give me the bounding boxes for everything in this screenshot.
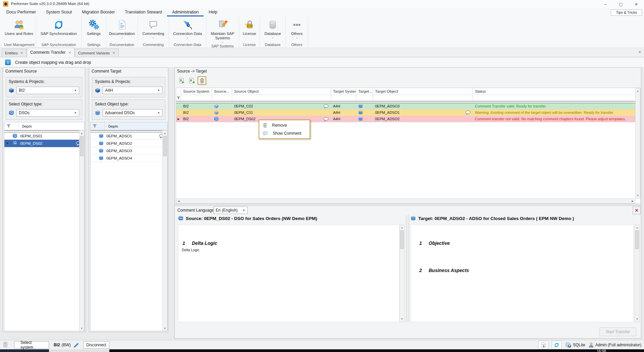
- doc-panes-splitter[interactable]: [406, 215, 409, 322]
- menu-tab-help[interactable]: Help: [204, 8, 222, 16]
- expand-arrow-icon[interactable]: ▶: [176, 116, 181, 122]
- col-target-object[interactable]: Target Object: [373, 88, 473, 95]
- close-comment-section-button[interactable]: ✕: [633, 207, 641, 214]
- settings-button[interactable]: Settings: [82, 16, 106, 42]
- target-doc-scrollbar[interactable]: ▲ ▼: [635, 225, 640, 322]
- scrollbar-thumb[interactable]: [635, 230, 639, 249]
- report-button[interactable]: [538, 341, 548, 349]
- context-menu-remove[interactable]: Remove: [259, 121, 310, 129]
- scroll-up-icon[interactable]: ▲: [635, 225, 639, 230]
- tab-close-icon[interactable]: ✕: [20, 51, 23, 55]
- menu-tab-migration-booster[interactable]: Migration Booster: [77, 8, 120, 16]
- scroll-down-icon[interactable]: ▼: [400, 317, 404, 321]
- target-list-filter-row[interactable]: 0epm: [91, 122, 167, 130]
- taskbar-app-segment[interactable]: [0, 349, 49, 352]
- scroll-up-icon[interactable]: ▲: [636, 89, 640, 93]
- close-button[interactable]: ✕: [629, 0, 644, 8]
- filter-funnel-icon[interactable]: [91, 122, 105, 130]
- database-button[interactable]: Database ⌄: [260, 16, 285, 42]
- source-list-filter-row[interactable]: 0epm: [4, 122, 84, 130]
- mapping-row-2[interactable]: BI2 0EPM_C01 A4H 0EPM_ADSO1 Warning. Exi…: [176, 109, 640, 116]
- tab-close-icon[interactable]: ✕: [112, 51, 115, 55]
- source-system-dropdown[interactable]: BI2 ▼: [16, 87, 79, 94]
- target-list-scrollbar[interactable]: ▲ ▼: [162, 130, 167, 331]
- scroll-down-icon[interactable]: ▼: [635, 317, 639, 321]
- scroll-down-icon[interactable]: ▼: [163, 326, 167, 331]
- refresh-button[interactable]: [552, 341, 562, 349]
- mapping-grid-filter-row[interactable]: [176, 95, 640, 101]
- target-list-item-adso3[interactable]: 0EPM_ADSO3: [91, 147, 167, 155]
- license-button[interactable]: License: [239, 16, 260, 42]
- scroll-down-icon[interactable]: ▼: [636, 193, 640, 198]
- scroll-down-icon[interactable]: ▼: [79, 326, 84, 331]
- scrollbar-thumb[interactable]: [80, 136, 84, 156]
- target-list-item-adso1[interactable]: 0EPM_ADSO1: [91, 132, 167, 140]
- col-source-system[interactable]: Source System: [181, 88, 212, 95]
- tips-tricks-button[interactable]: Tips & Tricks: [611, 9, 642, 16]
- tab-entities[interactable]: Entities ✕: [2, 49, 26, 57]
- disconnect-button[interactable]: Disconnect: [83, 341, 109, 349]
- minimize-button[interactable]: –: [598, 0, 613, 8]
- tab-comments-transfer[interactable]: Comments Transfer ✕: [27, 48, 74, 57]
- mapping-row-1[interactable]: BI2 0EPM_C02 A4H 0EPM_ADSO3 Comment Tran…: [176, 103, 640, 109]
- taskbar-sliver[interactable]: 16:08: [0, 349, 644, 352]
- maximize-button[interactable]: ▢: [613, 0, 629, 8]
- target-system-dropdown[interactable]: A4H ▼: [103, 87, 162, 94]
- target-object-type-dropdown[interactable]: Advanced DSOs ▼: [103, 109, 162, 117]
- maintain-sap-systems-button[interactable]: Maintain SAP Systems ⌄: [206, 16, 239, 43]
- target-doc-content[interactable]: 1 Objective 2 Business Aspects: [411, 225, 634, 322]
- expand-arrow-icon[interactable]: ▶: [4, 142, 11, 145]
- col-source-type[interactable]: Source...: [212, 88, 232, 95]
- menu-tab-administration[interactable]: Administration: [167, 8, 204, 16]
- horizontal-splitter[interactable]: [175, 204, 641, 206]
- comment-language-label: Comment Language: [177, 208, 214, 213]
- scroll-up-icon[interactable]: ▲: [400, 225, 404, 230]
- documentation-button[interactable]: Documentation ⌄: [106, 16, 138, 42]
- scroll-right-icon[interactable]: ▶: [631, 199, 635, 203]
- tab-panel-close-icon[interactable]: ✕: [638, 50, 641, 54]
- dropdown-arrow-icon: ▼: [157, 112, 160, 115]
- import-excel-button[interactable]: [187, 77, 196, 85]
- commenting-button[interactable]: Commenting ⌄: [138, 16, 169, 42]
- context-menu-show-comment[interactable]: Show Comment: [259, 129, 310, 137]
- scroll-up-icon[interactable]: ▲: [79, 131, 84, 136]
- source-list-scrollbar[interactable]: ▲ ▼: [79, 130, 84, 331]
- users-and-roles-button[interactable]: Users and Roles: [2, 16, 36, 42]
- taskbar-light-segment[interactable]: [49, 349, 109, 352]
- source-doc-content[interactable]: 1 Delta Logic Delta Logic: [178, 225, 399, 322]
- filter-funnel-icon[interactable]: [4, 122, 18, 130]
- col-source-object[interactable]: Source Object: [232, 88, 331, 95]
- connection-data-button[interactable]: Connection Data ⌄: [169, 16, 206, 42]
- mapping-row-3[interactable]: ▶ BI2 0EPM_DS02 A4H 0EPM_ADSO2 Comment t…: [176, 116, 640, 122]
- menu-tab-translation-steward[interactable]: Translation Steward: [120, 8, 167, 16]
- tab-close-icon[interactable]: ✕: [68, 51, 71, 54]
- col-target-type[interactable]: Target...: [356, 88, 373, 95]
- target-filter-value[interactable]: 0epm: [105, 122, 167, 130]
- export-excel-button[interactable]: [177, 77, 185, 85]
- start-transfer-button[interactable]: Start Transfer: [599, 327, 636, 336]
- source-doc-scrollbar[interactable]: ▲ ▼: [399, 225, 405, 322]
- others-button[interactable]: Others ⌄: [286, 16, 308, 42]
- scrollbar-thumb[interactable]: [163, 136, 167, 156]
- mapping-grid-hscrollbar[interactable]: ◀ ▶: [176, 199, 635, 204]
- target-list-item-adso2[interactable]: 0EPM_ADSO2: [91, 140, 167, 147]
- tab-comment-variants[interactable]: Comment Variants ✕: [75, 49, 119, 57]
- source-object-type-dropdown[interactable]: DSOs ▼: [16, 109, 79, 117]
- scroll-up-icon[interactable]: ▲: [163, 131, 167, 136]
- remove-mapping-button[interactable]: [198, 76, 206, 85]
- menu-tab-docu-performer[interactable]: Docu Performer: [1, 8, 41, 16]
- scroll-left-icon[interactable]: ◀: [177, 199, 180, 203]
- select-system-button[interactable]: Select system: [14, 341, 49, 349]
- target-list-item-adso4[interactable]: 0EPM_ADSO4: [91, 155, 167, 162]
- col-target-system[interactable]: Target System: [331, 88, 356, 95]
- source-list-item-ds02-selected[interactable]: ▶ 0EPM_DS02: [4, 140, 84, 147]
- sap-synchronization-button[interactable]: SAP Synchronization: [36, 16, 81, 42]
- scrollbar-thumb[interactable]: [400, 230, 404, 249]
- source-filter-value[interactable]: 0epm: [18, 122, 84, 130]
- col-status[interactable]: Status: [473, 88, 631, 95]
- filter-funnel-icon[interactable]: [176, 95, 181, 101]
- comment-language-dropdown[interactable]: En (English) ▼: [213, 207, 248, 214]
- source-list-item-ds01[interactable]: 0EPM_DS01: [4, 132, 84, 140]
- mapping-grid-vscrollbar[interactable]: ▲ ▼: [635, 88, 640, 199]
- menu-tab-system-scout[interactable]: System Scout: [41, 8, 77, 16]
